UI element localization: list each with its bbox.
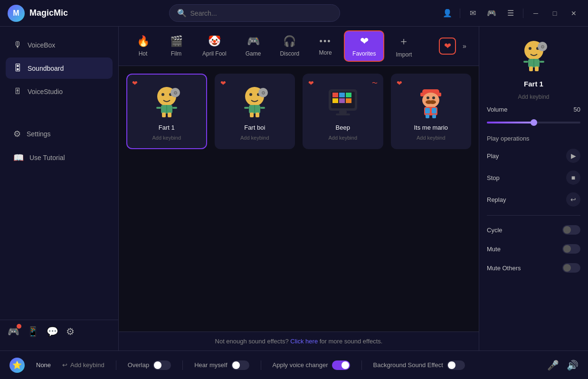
- sidebar-mobile-icon[interactable]: 📱: [27, 326, 39, 337]
- volume-slider[interactable]: [487, 122, 580, 123]
- stop-button[interactable]: ■: [566, 171, 580, 185]
- voicebox-icon: 🎙: [13, 40, 22, 50]
- separator4: [361, 360, 362, 370]
- sidebar-item-voicestudio-label: VoiceStudio: [28, 88, 63, 95]
- volume-fill: [487, 122, 534, 123]
- sidebar-item-settings[interactable]: ⚙ Settings: [6, 123, 113, 145]
- discord-tab-icon: 🎧: [283, 35, 296, 47]
- tab-game[interactable]: 🎮 Game: [236, 29, 271, 63]
- sidebar-item-tutorial[interactable]: 📖 Use Tutorial: [6, 147, 113, 169]
- notice-text: Not enough sound effects?: [215, 338, 289, 345]
- svg-rect-27: [332, 98, 338, 103]
- voice-changer-toggle[interactable]: [332, 360, 350, 370]
- svg-rect-31: [336, 114, 350, 115]
- divider: [460, 9, 460, 18]
- mail-icon[interactable]: ✉: [466, 7, 479, 20]
- hear-myself-toggle[interactable]: [231, 360, 249, 370]
- sound-card-fartboi[interactable]: ❤: [215, 74, 295, 149]
- sidebar-chat-icon[interactable]: 💬: [47, 326, 58, 337]
- sidebar-align-icon[interactable]: ⚙: [66, 326, 75, 337]
- svg-rect-43: [432, 114, 436, 118]
- fartboi-name: Fart boi: [244, 124, 265, 131]
- content-area: 🔥 Hot 🎬 Film 🤡 April Fool 🎮 Game 🎧 Disco…: [119, 27, 479, 351]
- tab-import-label: Import: [396, 51, 412, 58]
- sidebar-item-voicestudio[interactable]: 🎚 VoiceStudio: [6, 81, 113, 102]
- mute-others-label: Mute Others: [487, 265, 521, 272]
- svg-rect-24: [332, 93, 338, 97]
- search-bar[interactable]: 🔍: [169, 4, 340, 22]
- sidebar: 🎙 VoiceBox 🎛 Soundboard 🎚 VoiceStudio ⚙ …: [0, 27, 119, 351]
- close-button[interactable]: ✕: [567, 7, 580, 20]
- svg-text:⚙: ⚙: [173, 90, 177, 95]
- svg-rect-6: [172, 107, 177, 109]
- sidebar-game-icon[interactable]: 🎮: [8, 326, 19, 337]
- panel-keybind[interactable]: Add keybind: [487, 94, 580, 100]
- titlebar-left: M MagicMic: [8, 5, 68, 22]
- tab-discord-label: Discord: [280, 50, 299, 57]
- footer-notice: Not enough sound effects? Click here for…: [119, 332, 479, 351]
- hear-myself-group: Hear myself: [194, 360, 249, 370]
- bg-sound-toggle[interactable]: [447, 360, 465, 370]
- expand-icon[interactable]: »: [458, 39, 471, 53]
- sidebar-item-soundboard[interactable]: 🎛 Soundboard: [6, 57, 113, 79]
- stop-row: Stop ■: [487, 170, 580, 186]
- tab-game-label: Game: [246, 50, 261, 57]
- more-icon: •••: [320, 37, 332, 47]
- volume-row: Volume 50: [487, 106, 580, 113]
- discord-icon[interactable]: 🎮: [485, 7, 498, 20]
- minimize-button[interactable]: ─: [529, 7, 542, 20]
- cycle-toggle[interactable]: [562, 225, 580, 235]
- overlap-group: Overlap: [128, 360, 171, 370]
- beep-keybind[interactable]: Add keybind: [328, 135, 357, 141]
- replay-button[interactable]: ↩: [566, 192, 580, 207]
- tab-april-fool[interactable]: 🤡 April Fool: [193, 29, 236, 63]
- click-here-link[interactable]: Click here: [290, 338, 318, 345]
- sound-grid-area: ❤: [119, 66, 479, 332]
- svg-rect-18: [250, 113, 254, 117]
- tab-film[interactable]: 🎬 Film: [160, 29, 193, 63]
- sound-card-fart1[interactable]: ❤: [126, 74, 207, 149]
- menu-icon[interactable]: ☰: [504, 7, 517, 20]
- svg-rect-29: [346, 98, 351, 103]
- titlebar-right: 👤 ✉ 🎮 ☰ ─ □ ✕: [441, 7, 580, 20]
- profile-icon[interactable]: 👤: [441, 7, 454, 20]
- voice-changer-label: Apply voice changer: [273, 361, 328, 369]
- svg-point-36: [432, 96, 435, 99]
- app-title: MagicMic: [29, 8, 68, 18]
- svg-rect-5: [156, 107, 161, 109]
- mute-toggle-thumb: [563, 245, 571, 253]
- mute-toggle[interactable]: [562, 244, 580, 254]
- sound-card-beep[interactable]: ❤ 〜: [303, 74, 383, 149]
- svg-rect-28: [339, 98, 345, 103]
- overlap-thumb: [154, 361, 161, 369]
- svg-rect-41: [432, 108, 436, 114]
- mic-icon[interactable]: 🎤: [547, 360, 559, 371]
- tab-import[interactable]: ＋ Import: [386, 28, 421, 64]
- fartboi-keybind[interactable]: Add keybind: [240, 135, 269, 141]
- heart-icon-mario: ❤: [397, 79, 402, 87]
- mute-others-toggle[interactable]: [562, 263, 580, 273]
- bottom-logo: ⭐: [9, 358, 25, 373]
- film-icon: 🎬: [170, 35, 183, 47]
- mario-keybind[interactable]: Add keybind: [417, 135, 446, 141]
- tab-favorites[interactable]: ❤ Favorites: [344, 30, 384, 62]
- overlap-toggle[interactable]: [153, 360, 171, 370]
- sound-card-mario[interactable]: ❤: [391, 74, 472, 149]
- play-button[interactable]: ▶: [566, 149, 580, 163]
- fart1-keybind[interactable]: Add keybind: [152, 135, 181, 141]
- tab-discord[interactable]: 🎧 Discord: [270, 29, 309, 63]
- tab-april-fool-label: April Fool: [202, 50, 227, 57]
- sidebar-bottom: 🎮 📱 💬 ⚙: [0, 320, 118, 343]
- bottom-keybind[interactable]: ↩ Add keybind: [62, 361, 104, 369]
- favorites-heart-button[interactable]: ❤: [439, 38, 456, 55]
- separator3: [261, 360, 261, 370]
- maximize-button[interactable]: □: [548, 7, 561, 20]
- bottom-bar-right: 🎤 🔊: [547, 360, 579, 371]
- tab-more[interactable]: ••• More: [309, 31, 342, 62]
- tab-hot[interactable]: 🔥 Hot: [126, 29, 160, 63]
- sidebar-item-voicebox[interactable]: 🎙 VoiceBox: [6, 34, 113, 56]
- search-input[interactable]: [190, 9, 332, 17]
- speaker-icon[interactable]: 🔊: [567, 360, 579, 371]
- sidebar-item-soundboard-label: Soundboard: [28, 65, 64, 72]
- volume-thumb[interactable]: [531, 119, 537, 126]
